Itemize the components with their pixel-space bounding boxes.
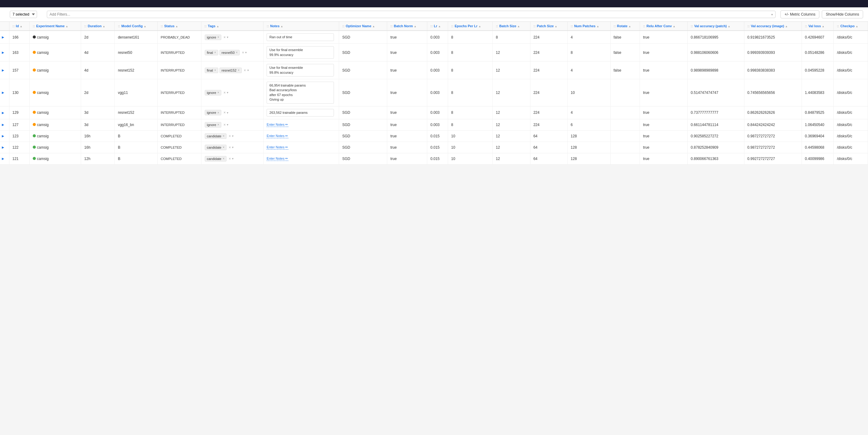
row-expand[interactable]: ▶: [0, 106, 9, 119]
tag-remove-icon[interactable]: ×: [217, 91, 219, 94]
row-expand[interactable]: ▶: [0, 130, 9, 142]
cell-batch-norm: true: [387, 119, 427, 130]
filter-input[interactable]: [50, 12, 771, 16]
col-patch-size[interactable]: ::Patch Size▲: [530, 22, 567, 31]
cell-checkpoint: /disks/0/c: [834, 31, 868, 44]
tag-remove-icon[interactable]: ×: [222, 134, 224, 138]
tag-chevron-icon[interactable]: ▾: [227, 91, 228, 94]
tag-clear-icon[interactable]: ×: [242, 51, 244, 55]
tag-remove-icon[interactable]: ×: [214, 51, 216, 54]
row-expand[interactable]: ▶: [0, 62, 9, 79]
col-model-config[interactable]: ::Model Config▲: [115, 22, 158, 31]
col-experiment-name[interactable]: ::Experiment Name▲: [29, 22, 81, 31]
metric-columns-button[interactable]: +/- Metric Columns: [780, 10, 819, 19]
col-status[interactable]: ::Status▲: [158, 22, 202, 31]
tag-clear-icon[interactable]: ×: [244, 68, 246, 72]
col-notes[interactable]: ::Notes▲: [264, 22, 339, 31]
row-expand[interactable]: ▶: [0, 31, 9, 44]
col-val-accuracy-image[interactable]: ::Val accuracy (image)▲: [744, 22, 802, 31]
col-batch-size[interactable]: ::Batch Size▲: [493, 22, 530, 31]
drag-val-patch-icon: ::: [691, 24, 693, 28]
row-expand[interactable]: ▶: [0, 44, 9, 62]
enter-notes-link[interactable]: Enter Notes ✏: [267, 157, 288, 161]
cell-relu-after-conv: true: [640, 62, 687, 79]
tag-remove-icon[interactable]: ×: [222, 145, 224, 149]
tag-controls: ×▾: [223, 35, 228, 39]
sort-patch-size-icon: ▲: [555, 25, 557, 28]
tag-clear-icon[interactable]: ×: [229, 134, 231, 138]
cell-tags: ignore××▾: [201, 106, 264, 119]
drag-epochs-icon: ::: [451, 24, 453, 28]
col-val-loss[interactable]: ::Val loss▲: [802, 22, 834, 31]
enter-notes-link[interactable]: Enter Notes ✏: [267, 134, 288, 138]
show-hide-columns-button[interactable]: Show/Hide Columns: [822, 10, 863, 19]
cell-lr: 0.015: [427, 130, 448, 142]
tag-chevron-icon[interactable]: ▾: [232, 134, 234, 138]
col-optimizer-name[interactable]: ::Optimizer Name▲: [339, 22, 387, 31]
cell-batch-norm: true: [387, 44, 427, 62]
cell-rotate: false: [610, 62, 640, 79]
cell-batch-norm: true: [387, 31, 427, 44]
tag-controls: ×▾: [223, 91, 228, 95]
col-epochs-per-lr[interactable]: ::Epochs Per Lr▲: [448, 22, 493, 31]
col-id[interactable]: ::Id▲: [9, 22, 29, 31]
col-batch-norm[interactable]: ::Batch Norm▲: [387, 22, 427, 31]
status-dot-icon: [33, 51, 36, 54]
col-checkpoint[interactable]: ::Checkpo▲: [834, 22, 868, 31]
cell-val-loss: 0.36969404: [802, 130, 834, 142]
row-expand[interactable]: ▶: [0, 119, 9, 130]
tag-chip: resnet152×: [219, 68, 242, 73]
tag-remove-icon[interactable]: ×: [222, 157, 224, 160]
tag-chevron-icon[interactable]: ▾: [227, 111, 228, 114]
tag-clear-icon[interactable]: ×: [223, 91, 225, 95]
tag-clear-icon[interactable]: ×: [223, 123, 225, 127]
cell-model-config: B: [115, 142, 158, 153]
col-rotate[interactable]: ::Rotate▲: [610, 22, 640, 31]
drag-lr-icon: ::: [430, 24, 432, 28]
drag-optimizer-icon: ::: [342, 24, 344, 28]
cell-status: INTERRUPTED: [158, 119, 202, 130]
main-table: ::Id▲ ::Experiment Name▲ ::Duration▲ ::M…: [0, 22, 868, 165]
cell-id: 122: [9, 142, 29, 153]
col-num-patches[interactable]: ::Num Patches▲: [567, 22, 610, 31]
tag-remove-icon[interactable]: ×: [217, 35, 219, 39]
sort-checkpoint-icon: ▲: [856, 25, 858, 28]
row-expand[interactable]: ▶: [0, 153, 9, 164]
enter-notes-link[interactable]: Enter Notes ✏: [267, 123, 288, 127]
cell-batch-norm: true: [387, 130, 427, 142]
tag-clear-icon[interactable]: ×: [229, 145, 231, 149]
tag-remove-icon[interactable]: ×: [236, 51, 238, 54]
tag-remove-icon[interactable]: ×: [214, 69, 216, 72]
tag-clear-icon[interactable]: ×: [229, 157, 231, 161]
row-expand[interactable]: ▶: [0, 79, 9, 106]
tag-chevron-icon[interactable]: ▾: [232, 145, 234, 149]
row-expand[interactable]: ▶: [0, 142, 9, 153]
cell-lr: 0.003: [427, 44, 448, 62]
col-val-accuracy-patch[interactable]: ::Val accuracy (patch)▲: [687, 22, 744, 31]
cell-rotate: [610, 130, 640, 142]
sort-lr-icon: ▲: [438, 25, 441, 28]
cell-val-accuracy-patch: 0.866718106995: [687, 31, 744, 44]
status-select[interactable]: 7 selected: [10, 11, 37, 18]
notes-text: Use for final ensemble 99.8% accuracy: [267, 64, 334, 76]
cell-lr: 0.015: [427, 153, 448, 164]
col-tags[interactable]: ::Tags▲: [201, 22, 264, 31]
tag-chevron-icon[interactable]: ▾: [227, 123, 228, 126]
tag-chevron-icon[interactable]: ▾: [227, 35, 228, 39]
tag-chevron-icon[interactable]: ▾: [232, 157, 234, 160]
tag-chevron-icon[interactable]: ▾: [245, 51, 247, 54]
table-row: ▶121camsig12hBCOMPLETEDcandidate××▾Enter…: [0, 153, 868, 164]
tag-chevron-icon[interactable]: ▾: [247, 69, 249, 72]
tag-remove-icon[interactable]: ×: [238, 69, 240, 72]
col-lr[interactable]: ::Lr▲: [427, 22, 448, 31]
col-duration[interactable]: ::Duration▲: [81, 22, 115, 31]
enter-notes-link[interactable]: Enter Notes ✏: [267, 145, 288, 149]
tag-clear-icon[interactable]: ×: [223, 110, 225, 115]
tag-remove-icon[interactable]: ×: [217, 123, 219, 126]
tag-clear-icon[interactable]: ×: [223, 35, 225, 39]
cell-patch-size: 64: [530, 153, 567, 164]
col-relu-after-conv[interactable]: ::Relu After Conv▲: [640, 22, 687, 31]
cell-notes: Enter Notes ✏: [264, 119, 339, 130]
tag-remove-icon[interactable]: ×: [217, 111, 219, 114]
drag-batch-size-icon: ::: [496, 24, 498, 28]
